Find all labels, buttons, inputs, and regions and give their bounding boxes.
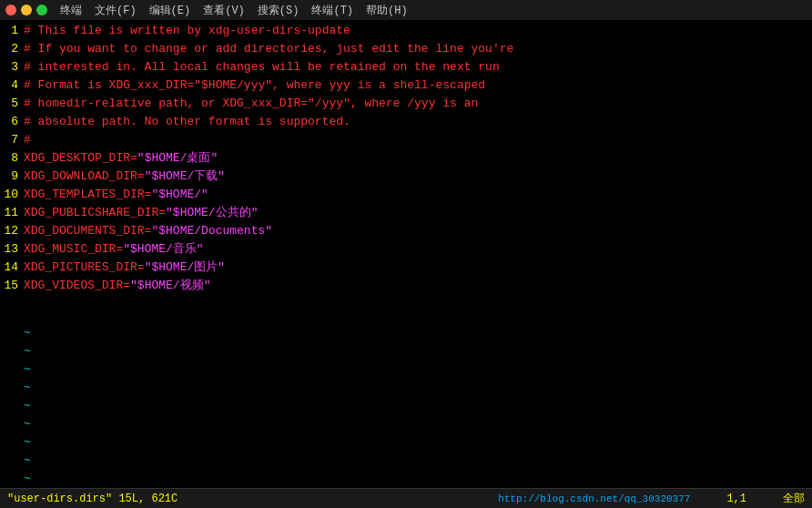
line-number: 2: [0, 40, 24, 58]
titlebar: 终端 文件(F) 编辑(E) 查看(V) 搜索(S) 终端(T) 帮助(H): [0, 0, 812, 20]
close-button[interactable]: [5, 5, 16, 15]
code-part: XDG_DOCUMENTS_DIR=: [24, 224, 151, 238]
line-content: # interested in. All local changes will …: [24, 58, 812, 76]
code-part: # If you want to change or add directori…: [24, 42, 513, 56]
menu-terminal[interactable]: 终端: [60, 3, 82, 18]
line-13: 13XDG_MUSIC_DIR="$HOME/音乐": [0, 240, 812, 259]
code-part: "$HOME/公共的": [166, 206, 258, 219]
code-part: XDG_PICTURES_DIR=: [24, 260, 145, 274]
statusbar-position: 1,1: [726, 493, 746, 505]
line-number: 11: [0, 204, 24, 222]
line-2: 2# If you want to change or add director…: [0, 40, 812, 58]
tilde-line: ~: [0, 470, 812, 488]
line-content: #: [24, 131, 812, 149]
tilde-line: ~: [0, 415, 812, 433]
line-number: 1: [0, 22, 24, 40]
line-7: 7#: [0, 131, 812, 149]
menu-file[interactable]: 文件(F): [95, 3, 137, 18]
menu-terminal2[interactable]: 终端(T): [311, 3, 353, 18]
code-part: XDG_TEMPLATES_DIR=: [24, 188, 151, 201]
line-14: 14XDG_PICTURES_DIR="$HOME/图片": [0, 259, 812, 277]
statusbar: "user-dirs.dirs" 15L, 621C http://blog.c…: [0, 488, 812, 508]
code-part: XDG_PUBLICSHARE_DIR=: [24, 206, 166, 219]
menu-view[interactable]: 查看(V): [203, 3, 245, 18]
line-content: XDG_DOWNLOAD_DIR="$HOME/下载": [24, 168, 812, 186]
line-content: # If you want to change or add directori…: [24, 40, 812, 58]
code-part: "$HOME/图片": [145, 260, 225, 274]
line-content: # This file is written by xdg-user-dirs-…: [24, 22, 812, 40]
code-part: # Format is XDG_xxx_DIR="$HOME/yyy", whe…: [24, 78, 485, 92]
code-part: "$HOME/视频": [130, 279, 210, 292]
statusbar-mode: 全部: [783, 491, 805, 506]
titlebar-menu: 终端 文件(F) 编辑(E) 查看(V) 搜索(S) 终端(T) 帮助(H): [60, 3, 408, 18]
tilde-line: ~: [0, 379, 812, 397]
line-content: XDG_DOCUMENTS_DIR="$HOME/Documents": [24, 222, 812, 240]
code-part: "$HOME/": [151, 188, 208, 201]
line-number: 6: [0, 113, 24, 131]
statusbar-right: http://blog.csdn.net/qq_30320377 1,1 全部: [498, 491, 805, 506]
statusbar-url: http://blog.csdn.net/qq_30320377: [498, 493, 690, 504]
line-number: 9: [0, 168, 24, 186]
code-part: XDG_DOWNLOAD_DIR=: [24, 169, 145, 183]
line-6: 6# absolute path. No other format is sup…: [0, 113, 812, 131]
line-5: 5# homedir-relative path, or XDG_xxx_DIR…: [0, 95, 812, 113]
code-part: #: [24, 133, 31, 147]
line-number: 8: [0, 149, 24, 168]
tilde-line: ~: [0, 397, 812, 415]
line-number: 13: [0, 240, 24, 259]
code-part: # homedir-relative path, or XDG_xxx_DIR=…: [24, 97, 478, 110]
line-number: 10: [0, 186, 24, 204]
code-part: # interested in. All local changes will …: [24, 60, 500, 74]
line-content: XDG_PUBLICSHARE_DIR="$HOME/公共的": [24, 204, 812, 222]
editor-area: 1# This file is written by xdg-user-dirs…: [0, 20, 812, 324]
line-10: 10XDG_TEMPLATES_DIR="$HOME/": [0, 186, 812, 204]
line-content: XDG_PICTURES_DIR="$HOME/图片": [24, 259, 812, 277]
code-part: # This file is written by xdg-user-dirs-…: [24, 24, 350, 37]
statusbar-filename: "user-dirs.dirs" 15L, 621C: [7, 493, 178, 505]
line-number: 5: [0, 95, 24, 113]
line-number: 12: [0, 222, 24, 240]
line-content: # homedir-relative path, or XDG_xxx_DIR=…: [24, 95, 812, 113]
tilde-line: ~: [0, 452, 812, 470]
tilde-line: ~: [0, 361, 812, 379]
line-number: 14: [0, 259, 24, 277]
minimize-button[interactable]: [21, 5, 32, 15]
line-11: 11XDG_PUBLICSHARE_DIR="$HOME/公共的": [0, 204, 812, 222]
line-4: 4# Format is XDG_xxx_DIR="$HOME/yyy", wh…: [0, 76, 812, 95]
line-9: 9XDG_DOWNLOAD_DIR="$HOME/下载": [0, 168, 812, 186]
line-content: XDG_DESKTOP_DIR="$HOME/桌面": [24, 149, 812, 168]
line-15: 15XDG_VIDEOS_DIR="$HOME/视频": [0, 277, 812, 295]
line-1: 1# This file is written by xdg-user-dirs…: [0, 22, 812, 40]
tilde-line: ~: [0, 324, 812, 342]
menu-edit[interactable]: 编辑(E): [149, 3, 191, 18]
line-content: XDG_MUSIC_DIR="$HOME/音乐": [24, 240, 812, 259]
code-part: XDG_VIDEOS_DIR=: [24, 279, 130, 292]
code-part: "$HOME/音乐": [123, 242, 203, 256]
code-part: "$HOME/桌面": [137, 151, 218, 165]
line-number: 3: [0, 58, 24, 76]
menu-search[interactable]: 搜索(S): [258, 3, 299, 18]
line-number: 4: [0, 76, 24, 95]
code-part: XDG_DESKTOP_DIR=: [24, 151, 137, 165]
window-controls[interactable]: [5, 5, 47, 15]
code-part: XDG_MUSIC_DIR=: [24, 242, 123, 256]
tilde-line: ~: [0, 433, 812, 452]
code-part: "$HOME/Documents": [151, 224, 272, 238]
line-content: XDG_TEMPLATES_DIR="$HOME/": [24, 186, 812, 204]
line-3: 3# interested in. All local changes will…: [0, 58, 812, 76]
line-number: 7: [0, 131, 24, 149]
line-content: # absolute path. No other format is supp…: [24, 113, 812, 131]
code-part: # absolute path. No other format is supp…: [24, 115, 350, 128]
line-12: 12XDG_DOCUMENTS_DIR="$HOME/Documents": [0, 222, 812, 240]
tilde-line: ~: [0, 342, 812, 361]
line-number: 15: [0, 277, 24, 295]
line-content: # Format is XDG_xxx_DIR="$HOME/yyy", whe…: [24, 76, 812, 95]
line-8: 8XDG_DESKTOP_DIR="$HOME/桌面": [0, 149, 812, 168]
menu-help[interactable]: 帮助(H): [366, 3, 408, 18]
maximize-button[interactable]: [36, 5, 47, 15]
line-content: XDG_VIDEOS_DIR="$HOME/视频": [24, 277, 812, 295]
code-part: "$HOME/下载": [145, 169, 225, 183]
